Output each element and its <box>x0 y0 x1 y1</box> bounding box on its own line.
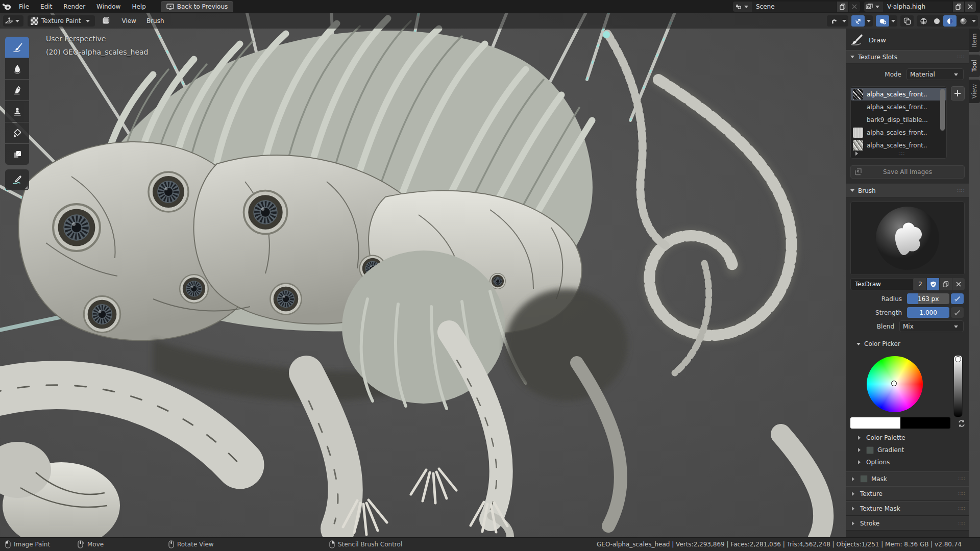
mask-panel-header[interactable]: Mask <box>846 471 969 486</box>
scene-name-field[interactable]: Scene <box>752 2 837 12</box>
radius-slider[interactable]: 163 px <box>907 293 949 304</box>
shading-rendered-button[interactable] <box>957 15 970 27</box>
color-wheel-cursor[interactable] <box>891 381 897 386</box>
show-overlays-toggle[interactable] <box>876 15 889 27</box>
panel-grip-icon[interactable] <box>957 54 965 60</box>
brush-user-count-button[interactable]: 2 <box>914 278 926 290</box>
texture-slot-row[interactable]: alpha_scales_front.. <box>851 101 946 113</box>
options-subpanel[interactable]: Options <box>846 456 969 468</box>
strength-slider[interactable]: 1.000 <box>907 307 949 318</box>
gradient-subpanel[interactable]: Gradient <box>846 444 969 456</box>
browse-scene-button[interactable] <box>733 2 752 12</box>
brush-menu[interactable]: Brush <box>141 15 169 27</box>
texture-slots-panel-header[interactable]: Texture Slots <box>846 50 969 64</box>
panel-grip-icon[interactable] <box>958 506 965 511</box>
collapsed-triangle-icon <box>852 492 856 496</box>
mode-label: Mode <box>846 71 906 78</box>
menu-file[interactable]: File <box>13 0 35 13</box>
mode-dropdown[interactable]: Texture Paint <box>28 15 95 27</box>
color-picker-header[interactable]: Color Picker <box>846 338 969 350</box>
texture-slots-mode-select[interactable]: Material <box>906 68 964 80</box>
chevron-down-icon[interactable] <box>867 20 871 24</box>
tool-draw-brush[interactable] <box>5 37 29 58</box>
shading-solid-button[interactable] <box>930 15 943 27</box>
sidebar-tabs: Item Tool View <box>969 29 980 106</box>
tab-item[interactable]: Item <box>969 29 980 52</box>
radius-slider-fill <box>907 293 918 304</box>
texture-slots-mode-row: Mode Material <box>846 64 969 83</box>
radius-pressure-toggle[interactable] <box>951 293 964 304</box>
tab-tool[interactable]: Tool <box>969 55 980 77</box>
view-menu[interactable]: View <box>116 15 141 27</box>
browse-view-layer-button[interactable] <box>864 2 883 12</box>
texture-slot-row[interactable]: bark9_disp_tilable... <box>851 113 946 126</box>
panel-grip-icon[interactable] <box>958 476 965 482</box>
panel-grip-icon[interactable] <box>957 188 965 193</box>
foreground-color-swatch[interactable] <box>850 417 900 429</box>
blender-logo-icon[interactable] <box>0 3 13 10</box>
background-color-swatch[interactable] <box>900 417 950 429</box>
tool-annotate[interactable] <box>5 169 29 190</box>
brush-unlink-button[interactable] <box>952 278 965 290</box>
shading-material-icon <box>946 17 954 25</box>
gradient-checkbox[interactable] <box>866 446 874 454</box>
blend-label: Blend <box>846 323 899 330</box>
panel-grip-icon[interactable] <box>958 491 965 496</box>
value-slider[interactable] <box>953 355 963 417</box>
scene-statistics: GEO-alpha_scales_head | Verts:2,293,869 … <box>597 538 962 551</box>
shading-wireframe-button[interactable] <box>917 15 930 27</box>
scene-delete-button[interactable] <box>849 2 860 12</box>
mask-checkbox[interactable] <box>860 475 868 483</box>
canvas-image-button[interactable] <box>99 15 112 27</box>
view-layer-delete-button[interactable] <box>965 2 976 12</box>
tool-clone[interactable] <box>5 101 29 122</box>
view-layer-name-field[interactable]: V-alpha.high <box>883 2 952 12</box>
add-texture-slot-button[interactable] <box>951 86 965 101</box>
xray-toggle[interactable] <box>900 15 914 27</box>
snap-magnet-button[interactable] <box>827 15 840 27</box>
texture-panel-header[interactable]: Texture <box>846 486 969 501</box>
back-to-previous-button[interactable]: Back to Previous <box>161 1 234 12</box>
brush-panel-header[interactable]: Brush <box>846 184 969 197</box>
save-all-images-button[interactable]: Save All Images <box>850 165 965 179</box>
strength-pressure-toggle[interactable] <box>951 307 964 318</box>
snap-magnet-icon <box>830 17 838 25</box>
shading-material-button[interactable] <box>943 15 957 27</box>
texture-slot-row[interactable]: alpha_scales_front.. <box>851 126 946 139</box>
tool-soften[interactable] <box>5 58 29 79</box>
mode-label: Texture Paint <box>41 17 81 24</box>
swap-colors-button[interactable] <box>958 419 966 428</box>
tab-view[interactable]: View <box>969 80 980 103</box>
brush-name-field[interactable]: TexDraw <box>850 278 914 290</box>
view-layer-duplicate-button[interactable] <box>953 2 964 12</box>
chevron-down-icon[interactable] <box>972 20 976 24</box>
tool-mask[interactable] <box>5 144 29 165</box>
menu-window[interactable]: Window <box>91 0 126 13</box>
blend-mode-select[interactable]: Mix <box>899 320 964 332</box>
chevron-down-icon[interactable] <box>891 20 895 24</box>
tool-fill[interactable] <box>5 122 29 143</box>
tool-smear[interactable] <box>5 80 29 101</box>
list-filter-expand-icon[interactable] <box>855 152 860 156</box>
color-palette-subpanel[interactable]: Color Palette <box>846 432 969 444</box>
editor-type-dropdown[interactable] <box>3 15 23 27</box>
brush-duplicate-button[interactable] <box>940 278 952 290</box>
value-slider-handle[interactable] <box>955 356 961 362</box>
chevron-down-icon[interactable] <box>842 20 846 24</box>
shading-wireframe-icon <box>920 17 927 25</box>
save-images-icon <box>854 168 862 176</box>
menu-edit[interactable]: Edit <box>35 0 58 13</box>
stroke-panel-header[interactable]: Stroke <box>846 516 969 531</box>
brush-preview[interactable] <box>850 202 965 275</box>
texture-slot-row[interactable]: alpha_scales_front.. <box>851 88 946 101</box>
scene-duplicate-button[interactable] <box>837 2 848 12</box>
menu-help[interactable]: Help <box>126 0 151 13</box>
panel-grip-icon[interactable] <box>958 520 965 526</box>
show-gizmo-toggle[interactable] <box>851 15 865 27</box>
list-scrollbar[interactable] <box>940 89 945 131</box>
viewport-3d-scene[interactable] <box>0 13 980 538</box>
list-resize-grip[interactable] <box>899 151 904 156</box>
menu-render[interactable]: Render <box>58 0 91 13</box>
texture-mask-panel-header[interactable]: Texture Mask <box>846 501 969 516</box>
fake-user-toggle[interactable] <box>927 278 939 290</box>
